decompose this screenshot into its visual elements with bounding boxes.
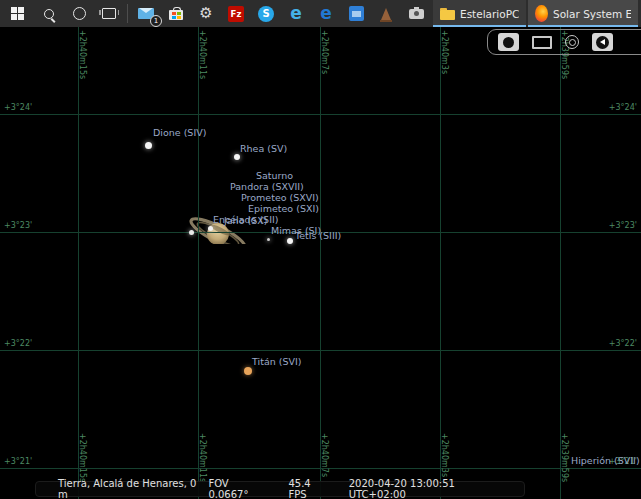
oculars-menu-button[interactable] [592, 33, 613, 51]
mail-button[interactable]: 1 [131, 0, 161, 27]
telrad-button[interactable] [565, 35, 579, 49]
camera-icon [409, 9, 424, 19]
window-label: Solar System Expl... [553, 8, 631, 20]
label-rhea[interactable]: Rhea (SV) [240, 143, 287, 154]
edge-icon: e [320, 5, 332, 22]
edge-button[interactable]: e [311, 0, 341, 27]
label-hiperion[interactable]: Hiperión (SVII) [571, 455, 640, 466]
ra-label-top: +2h40m7s [320, 30, 329, 74]
filezilla-button[interactable]: Fz [221, 0, 251, 27]
grid-ra-line [440, 27, 441, 499]
oculars-menu-icon [596, 36, 609, 49]
taskbar-window-solar-system[interactable]: Solar System Expl... [528, 0, 638, 27]
dec-label-left: +3°21' [4, 457, 32, 466]
label-epimeteo[interactable]: Epimeteo (SXI) [248, 203, 319, 214]
folder-icon [440, 8, 455, 20]
planetarium-icon [381, 8, 391, 20]
movies-tv-icon [349, 6, 364, 21]
ra-label-bottom: +2h40m11s [198, 433, 207, 482]
settings-button[interactable]: ⚙ [191, 0, 221, 27]
windows-taskbar: 1 ⚙ Fz S e e [0, 0, 641, 27]
firefox-icon [535, 5, 548, 22]
grid-dec-line [0, 114, 641, 115]
internet-explorer-button[interactable]: e [281, 0, 311, 27]
planetarium-app-button[interactable] [371, 0, 401, 27]
dec-label-right: +3°24' [609, 103, 637, 112]
taskbar-search-button[interactable] [34, 0, 64, 27]
ra-label-top: +2h40m15s [78, 30, 87, 79]
ra-label-bottom: +2h39m59s [560, 433, 569, 482]
datetime-text: 2020-04-20 13:00:51 UTC+02:00 [349, 478, 514, 499]
grid-ra-line [198, 27, 199, 499]
screen: 1 ⚙ Fz S e e [0, 0, 641, 499]
camera-app-button[interactable] [401, 0, 431, 27]
grid-ra-line [320, 27, 321, 499]
label-prometeo[interactable]: Prometeo (SXVI) [241, 192, 319, 203]
dec-label-left: +3°23' [4, 221, 32, 230]
label-dione[interactable]: Dione (SIV) [153, 127, 206, 138]
label-tetis[interactable]: Tetis (SIII) [295, 230, 341, 241]
fps-text: 45.4 FPS [288, 478, 331, 499]
taskbar-divider [127, 4, 128, 23]
start-button[interactable] [0, 0, 34, 27]
dec-label-left: +3°22' [4, 339, 32, 348]
moon-dot-tetis[interactable] [287, 238, 293, 244]
oculars-toolbar [487, 29, 641, 55]
sensor-frame-icon [532, 36, 552, 49]
skype-icon: S [258, 6, 274, 22]
label-jano[interactable]: Jano (SX) [224, 215, 267, 226]
microsoft-store-icon [169, 7, 183, 20]
ra-label-bottom: +2h40m7s [320, 433, 329, 477]
search-icon [44, 9, 54, 19]
movies-tv-button[interactable] [341, 0, 371, 27]
ocular-view-button[interactable] [498, 33, 519, 51]
moon-dot-encelado[interactable] [208, 226, 213, 231]
ocular-icon [503, 37, 514, 48]
window-label: EstelarioPC [460, 8, 519, 20]
ra-label-bottom: +2h40m3s [440, 433, 449, 477]
fov-text: FOV 0.0667° [208, 478, 271, 499]
microsoft-store-button[interactable] [161, 0, 191, 27]
label-titan[interactable]: Titán (SVI) [252, 356, 301, 367]
moon-dot-mimas[interactable] [267, 238, 270, 241]
dec-label-right: +3°23' [609, 221, 637, 230]
ra-label-top: +2h40m3s [440, 30, 449, 74]
moon-dot-dione[interactable] [145, 142, 152, 149]
filezilla-icon: Fz [228, 6, 244, 22]
stellarium-sky-view[interactable]: +3°24'+3°24'+3°23'+3°23'+3°22'+3°22'+3°2… [0, 27, 641, 499]
moon-dot-titan[interactable] [244, 367, 252, 375]
windows-logo-icon [11, 7, 24, 20]
sensor-frame-button[interactable] [532, 36, 552, 49]
cortana-icon [73, 7, 86, 20]
dec-label-right: +3°22' [609, 339, 637, 348]
grid-ra-line [560, 27, 561, 499]
location-text: Tierra, Alcalá de Henares, 0 m [58, 478, 208, 499]
ra-label-bottom: +2h40m15s [78, 433, 87, 482]
telrad-icon [565, 35, 579, 49]
moon-dot-jano[interactable] [189, 230, 194, 235]
skype-button[interactable]: S [251, 0, 281, 27]
taskbar-window-estelariopc[interactable]: EstelarioPC [433, 0, 526, 27]
status-bar: Tierra, Alcalá de Henares, 0 m FOV 0.066… [35, 481, 525, 497]
ra-label-top: +2h40m11s [198, 30, 207, 79]
moon-dot-rhea[interactable] [234, 154, 240, 160]
grid-ra-line [78, 27, 79, 499]
dec-label-left: +3°24' [4, 103, 32, 112]
cortana-button[interactable] [64, 0, 94, 27]
gear-icon: ⚙ [199, 6, 212, 21]
grid-dec-line [0, 350, 641, 351]
internet-explorer-icon: e [290, 5, 302, 22]
label-saturn[interactable]: Saturno [256, 170, 293, 181]
task-view-button[interactable] [94, 0, 124, 27]
task-view-icon [102, 8, 116, 19]
label-pandora[interactable]: Pandora (SXVII) [230, 181, 304, 192]
